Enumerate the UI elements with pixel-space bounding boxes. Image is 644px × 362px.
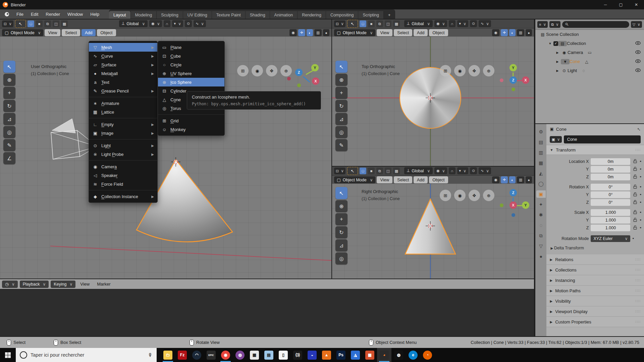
expand-caret-icon[interactable]: ▶ <box>554 69 561 72</box>
tab-animation[interactable]: Animation <box>270 11 298 19</box>
panel-relations[interactable]: ▶Relations∷∷ <box>546 254 644 265</box>
value-field[interactable]: 0° <box>591 184 630 190</box>
lock-icon[interactable] <box>632 225 638 231</box>
select-mode-1[interactable]: ■ <box>368 20 375 27</box>
tab-rendering[interactable]: Rendering <box>298 11 326 19</box>
orientation-dropdown[interactable]: ⟂Global∨ <box>119 20 148 27</box>
taskbar-app-steam[interactable]: ◠ <box>190 348 204 362</box>
tab-modeling[interactable]: Modeling <box>131 11 157 19</box>
overlays-toggle[interactable]: ◐ <box>509 176 516 183</box>
move-tool[interactable]: + <box>335 87 347 99</box>
editor-type-dropdown[interactable]: ⊡∨ <box>2 20 13 27</box>
transform-tool[interactable]: ◎ <box>335 252 347 264</box>
mode-dropdown[interactable]: ▢Object Mode∨ <box>2 29 43 36</box>
mesh-menu-item-uv-sphere[interactable]: ⊕UV Sphere <box>158 69 224 78</box>
add-menu-item-metaball[interactable]: ●Metaball▶ <box>89 69 157 78</box>
cursor-tool[interactable]: ⊕ <box>335 74 347 86</box>
mesh-menu-item-monkey[interactable]: ☺Monkey <box>158 125 224 134</box>
zoom-button[interactable]: ⊕ <box>483 190 494 201</box>
tab-data[interactable]: ▽ <box>536 242 546 250</box>
transform-panel-header[interactable]: ▼Transform∷∷ <box>546 145 644 155</box>
add-menu-item-light-probe[interactable]: ※Light Probe▶ <box>89 150 157 159</box>
menu-edit[interactable]: Edit <box>27 9 42 19</box>
select-mode-2[interactable]: ⧉ <box>376 168 383 174</box>
taskbar-app-chrome[interactable]: ◉ <box>218 348 233 362</box>
timeline-menu-keying[interactable]: Keying∨ <box>51 281 75 288</box>
taskbar-app-epic-games[interactable]: EPIC <box>204 348 218 362</box>
blender-menu-icon[interactable] <box>3 12 10 17</box>
taskbar-app-photoshop[interactable]: Ps <box>334 348 348 362</box>
panel-collections[interactable]: ▶Collections∷∷ <box>546 265 644 275</box>
mesh-menu-item-cube[interactable]: ⊡Cube <box>158 52 224 60</box>
select-mode-3[interactable]: ◫ <box>385 20 391 27</box>
taskbar-search[interactable]: Taper ici pour rechercher 🎙︎ <box>16 348 157 362</box>
tab-particles[interactable]: ✱ <box>536 211 546 219</box>
tab-uv-editing[interactable]: UV Editing <box>183 11 212 19</box>
viewport-menu-select[interactable]: Select <box>394 29 412 36</box>
snap-dropdown[interactable]: ▾∨ <box>457 20 468 27</box>
pan-hand-button[interactable]: ✥ <box>266 65 277 76</box>
value-field[interactable]: 1.000 <box>591 225 630 231</box>
lock-icon[interactable] <box>632 167 638 172</box>
grid-view-button[interactable]: ⊞ <box>440 190 451 201</box>
select-mode-2[interactable]: ⧉ <box>44 20 51 27</box>
taskbar-app-edge[interactable]: e <box>406 348 420 362</box>
tab-output[interactable]: ▥ <box>536 149 546 156</box>
snap-dropdown[interactable]: ▾∨ <box>457 167 468 174</box>
panel-visibility[interactable]: ▶Visibility∷∷ <box>546 296 644 306</box>
panel-custom-properties[interactable]: ▶Custom Properties∷∷ <box>546 317 644 327</box>
expand-caret-icon[interactable]: ▶ <box>554 51 561 54</box>
snap-magnet[interactable]: ∩ <box>164 20 170 27</box>
visibility-eye-icon[interactable] <box>635 59 641 64</box>
minimize-button[interactable]: ─ <box>598 0 613 9</box>
timeline-editor[interactable]: ◷∨ Playback∨Keying∨ViewMarker ● |◀◀◀◀▶▶▶… <box>0 279 534 336</box>
overlays-toggle[interactable]: ◐ <box>307 29 313 36</box>
pan-hand-button[interactable]: ✥ <box>469 190 480 201</box>
tab-world[interactable]: ◯ <box>536 180 546 187</box>
value-field[interactable]: 1.000 <box>591 217 630 224</box>
add-menu-item-armature[interactable]: ∗Armature <box>89 99 157 108</box>
value-field[interactable]: 0m <box>591 166 630 173</box>
camera-view-button[interactable]: ◉ <box>252 65 263 76</box>
taskbar-app-file-explorer[interactable]: 🗀 <box>161 348 175 362</box>
tab-texture-paint[interactable]: Texture Paint <box>212 11 246 19</box>
rotation-mode-dropdown[interactable]: XYZ Euler∨ <box>591 235 630 242</box>
add-menu-item-grease-pencil[interactable]: ✎Grease Pencil▶ <box>89 86 157 95</box>
add-menu-item-mesh[interactable]: ▽Mesh▶ <box>89 43 157 52</box>
tab-render[interactable]: ▤ <box>536 138 546 146</box>
lock-icon[interactable] <box>632 159 638 164</box>
add-menu-item-empty[interactable]: ∟Empty▶ <box>89 120 157 129</box>
mode-dropdown[interactable]: ▢Object Mode∨ <box>334 176 375 183</box>
add-menu-item-surface[interactable]: ▱Surface▶ <box>89 60 157 69</box>
viewport-top[interactable]: ⊡∨↖□■⧉◫▩⟂Global∨◉∨∩▾∨⊙∿∨ ▢Object Mode∨Vi… <box>332 19 534 166</box>
lock-icon[interactable] <box>632 184 638 190</box>
active-tool-button[interactable]: ↖ <box>15 20 26 28</box>
taskbar-app-vlc[interactable]: ▲ <box>319 348 334 362</box>
orientation-dropdown[interactable]: ⟂Global∨ <box>404 167 433 174</box>
move-tool[interactable]: + <box>335 213 347 225</box>
microphone-icon[interactable]: 🎙︎ <box>148 352 153 358</box>
add-menu-item-collection-instance[interactable]: ◆Collection Instance▶ <box>89 192 157 201</box>
orientation-dropdown[interactable]: ⟂Global∨ <box>404 20 433 27</box>
grid-view-button[interactable]: ⊞ <box>237 65 249 76</box>
select-mode-0[interactable]: □ <box>360 168 366 174</box>
tab-material[interactable]: ● <box>536 253 546 260</box>
xray-toggle[interactable]: ▥ <box>314 29 322 36</box>
drag-grip-icon[interactable]: ∷∷ <box>635 148 641 152</box>
animate-dot[interactable]: • <box>640 200 641 205</box>
mesh-menu-item-plane[interactable]: ▭Plane <box>158 43 224 52</box>
outliner-row[interactable]: ▼✓▤Collection <box>535 39 644 48</box>
close-button[interactable]: ✕ <box>629 0 644 9</box>
value-field[interactable]: 0° <box>591 191 630 198</box>
taskbar-app-firefox[interactable]: ◔ <box>420 348 435 362</box>
viewport-menu-add[interactable]: Add <box>414 29 428 36</box>
viewport-canvas[interactable]: Top Orthographic (1) Collection | Cone ↖… <box>332 37 534 166</box>
gizmo-toggle[interactable]: ✛ <box>501 176 508 183</box>
collection-checkbox[interactable]: ✓ <box>553 41 558 46</box>
animate-dot[interactable]: • <box>640 167 641 172</box>
select-box-tool[interactable]: ↖ <box>335 187 347 199</box>
tab-physics[interactable]: ◌ <box>536 222 546 229</box>
select-mode-4[interactable]: ▩ <box>393 168 400 174</box>
outliner-row[interactable]: ▶▼Cone△ <box>535 57 644 66</box>
visibility-eye-icon[interactable] <box>635 68 641 73</box>
